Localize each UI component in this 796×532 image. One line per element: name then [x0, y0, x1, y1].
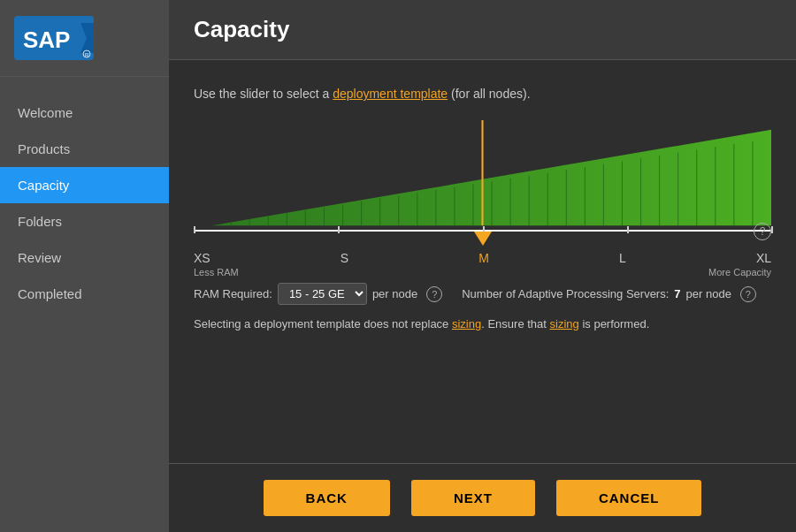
sidebar-item-products[interactable]: Products	[0, 131, 169, 167]
main-body: Use the slider to select a deployment te…	[169, 60, 796, 463]
note-text: Selecting a deployment template does not…	[194, 315, 771, 333]
caption-more-capacity: More Capacity	[708, 267, 771, 277]
sidebar-item-capacity[interactable]: Capacity	[0, 167, 169, 203]
label-l: L	[619, 251, 626, 265]
sap-logo: SAP R	[14, 16, 94, 60]
slider-line: ?	[194, 230, 771, 232]
label-xs: XS	[194, 251, 210, 265]
note-middle: . Ensure that	[481, 317, 549, 331]
capacity-chart-area: ? XS S M L XL	[194, 120, 771, 262]
slider-labels: XS S M L XL	[194, 251, 771, 265]
capacity-chart	[194, 120, 771, 235]
page-title: Capacity	[194, 16, 771, 43]
ram-row: RAM Required: 15 - 25 GE 8 - 15 GE 25 - …	[194, 283, 771, 305]
slider-captions: Less RAM More Capacity	[194, 267, 771, 277]
page-header: Capacity	[169, 0, 796, 60]
label-s: S	[341, 251, 348, 265]
slider-help-icon[interactable]: ?	[754, 223, 771, 240]
label-m: M	[478, 251, 489, 265]
slider-track[interactable]: ? XS S M L XL	[194, 230, 771, 277]
sidebar-item-review[interactable]: Review	[0, 239, 169, 276]
instruction-suffix: (for all nodes).	[448, 87, 530, 101]
note-prefix: Selecting a deployment template does not…	[194, 317, 452, 331]
instruction-text: Use the slider to select a deployment te…	[194, 87, 771, 101]
adaptive-per-node: per node	[686, 287, 731, 300]
adaptive-help-icon[interactable]: ?	[740, 286, 756, 302]
sidebar-item-folders[interactable]: Folders	[0, 203, 169, 239]
note-suffix: is performed.	[579, 317, 649, 331]
footer: BACK NEXT CANCEL	[169, 463, 796, 532]
adaptive-label: Number of Adaptive Processing Servers:	[462, 287, 669, 300]
back-button[interactable]: BACK	[264, 480, 390, 516]
caption-less-ram: Less RAM	[194, 267, 239, 277]
sidebar: SAP R Welcome Products Capacity Folders …	[0, 0, 169, 532]
svg-text:SAP: SAP	[23, 27, 70, 53]
label-xl: XL	[756, 251, 771, 265]
cancel-button[interactable]: CANCEL	[556, 480, 702, 516]
sizing-link-1[interactable]: sizing	[452, 317, 481, 331]
svg-text:R: R	[85, 52, 89, 57]
ram-label: RAM Required:	[194, 287, 272, 300]
sidebar-item-completed[interactable]: Completed	[0, 276, 169, 312]
adaptive-count: 7	[674, 287, 680, 300]
instruction-prefix: Use the slider to select a	[194, 87, 333, 101]
ram-per-node: per node	[372, 287, 417, 300]
next-button[interactable]: NEXT	[411, 480, 535, 516]
main-panel: Capacity Use the slider to select a depl…	[169, 0, 796, 532]
ram-help-icon[interactable]: ?	[426, 286, 442, 302]
sizing-link-2[interactable]: sizing	[550, 317, 579, 331]
sidebar-nav: Welcome Products Capacity Folders Review…	[0, 77, 169, 532]
deployment-template-link[interactable]: deployment template	[333, 87, 448, 101]
sidebar-item-welcome[interactable]: Welcome	[0, 95, 169, 131]
logo-container: SAP R	[0, 0, 169, 77]
ram-select[interactable]: 15 - 25 GE 8 - 15 GE 25 - 40 GE 40 - 64 …	[278, 283, 367, 305]
